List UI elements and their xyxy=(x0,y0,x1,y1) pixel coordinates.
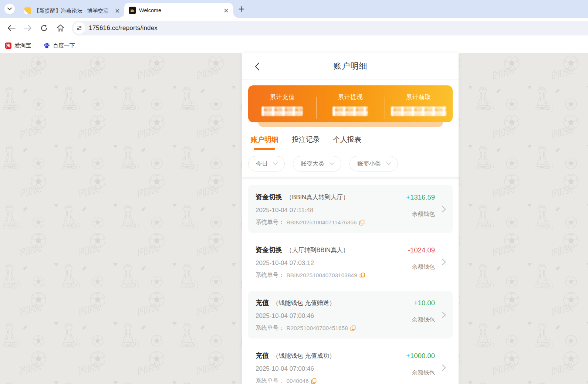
chevron-left-icon xyxy=(255,62,260,71)
txn-subtype: （钱能钱包 充值成功） xyxy=(273,352,335,360)
browser-tab-welcome[interactable]: Welcome xyxy=(124,3,233,18)
filter-label: 账变小类 xyxy=(357,160,381,168)
tab-label: 个人报表 xyxy=(332,134,362,145)
taobao-icon: 淘 xyxy=(5,43,11,49)
totals-card-shadow xyxy=(258,122,443,127)
tab-title: Welcome xyxy=(139,7,220,13)
txn-type: 充值 xyxy=(256,351,269,360)
tab-personal-report[interactable]: 个人报表 xyxy=(332,134,362,150)
back-button[interactable] xyxy=(5,22,18,34)
order-number: BBIN202510040711476356 xyxy=(287,219,357,226)
stat-value-blurred xyxy=(391,106,446,116)
home-button[interactable] xyxy=(54,22,67,34)
txn-wallet: 余额钱包 xyxy=(408,263,435,271)
transaction-row[interactable]: 充值 （钱能钱包 充值赠送） 2025-10-04 07:00:46 系统单号：… xyxy=(248,291,453,339)
new-tab-button[interactable] xyxy=(236,4,246,14)
close-icon xyxy=(224,9,228,13)
chevron-right-icon xyxy=(442,312,446,318)
tab-account-detail[interactable]: 账户明细 xyxy=(250,134,279,150)
browser-tab-strip: 【新提醒】海燕论坛 - 博学交流 Welcome xyxy=(0,0,588,18)
section-tabs: 账户明细 投注记录 个人报表 xyxy=(242,134,459,150)
chevron-down-icon xyxy=(330,162,334,165)
txn-wallet: 余额钱包 xyxy=(412,316,435,324)
copy-icon[interactable] xyxy=(350,325,356,331)
browser-tab-forum[interactable]: 【新提醒】海燕论坛 - 博学交流 xyxy=(20,4,124,18)
baidu-paw-icon xyxy=(44,43,50,49)
forum-favicon-icon xyxy=(24,7,31,14)
stat-total-claimed: 累计领取 xyxy=(385,92,453,116)
address-bar[interactable]: 175616.cc/reports/index xyxy=(72,21,588,35)
filter-major-category-dropdown[interactable]: 账变大类 xyxy=(293,156,341,171)
order-label: 系统单号： xyxy=(256,218,284,226)
order-label: 系统单号： xyxy=(256,271,284,279)
list-top-shadow xyxy=(242,177,459,180)
totals-card: 累计充值 累计提现 累计领取 xyxy=(248,85,453,122)
account-detail-panel: 账户明细 累计充值 累计提现 累计领取 账户明细 投注记录 xyxy=(242,53,459,384)
filter-label: 账变大类 xyxy=(301,160,324,168)
url-text[interactable]: 175616.cc/reports/index xyxy=(89,24,158,32)
txn-amount: +1316.59 xyxy=(406,193,435,201)
filter-row: 今日 账变大类 账变小类 xyxy=(242,156,459,171)
bookmark-aitaobao[interactable]: 淘 爱淘宝 xyxy=(5,42,31,49)
transaction-row[interactable]: 资金切换 （大厅转到BBIN真人） 2025-10-04 07:03:12 系统… xyxy=(248,238,453,286)
page-title: 账户明细 xyxy=(334,61,368,72)
tab-title: 【新提醒】海燕论坛 - 博学交流 xyxy=(34,7,111,14)
reload-icon xyxy=(40,24,48,32)
site-settings-button[interactable] xyxy=(73,22,85,34)
stat-label: 累计领取 xyxy=(385,94,453,101)
reload-button[interactable] xyxy=(38,22,50,34)
tab-bet-records[interactable]: 投注记录 xyxy=(291,134,321,150)
tab-search-button[interactable] xyxy=(4,4,15,14)
chevron-down-icon xyxy=(273,162,278,165)
welcome-favicon-icon xyxy=(129,7,136,14)
order-number: BBIN202510040703103849 xyxy=(287,272,357,279)
txn-type: 资金切换 xyxy=(256,193,282,201)
chevron-right-icon xyxy=(442,206,446,213)
txn-amount: +10.00 xyxy=(412,299,435,307)
chevron-down-icon xyxy=(7,7,12,10)
bookmarks-bar: 淘 爱淘宝 百度一下 xyxy=(0,38,588,53)
back-icon xyxy=(7,25,16,31)
page-content: FIFA xyxy=(0,53,588,384)
copy-icon[interactable] xyxy=(359,272,365,278)
home-icon xyxy=(57,24,64,32)
txn-wallet: 余额钱包 xyxy=(406,210,435,218)
bookmark-label: 百度一下 xyxy=(53,42,75,49)
stat-value-blurred xyxy=(261,106,303,116)
stat-label: 累计充值 xyxy=(248,94,316,101)
close-icon xyxy=(115,9,119,13)
back-button[interactable] xyxy=(253,62,261,71)
transaction-row[interactable]: 充值 （钱能钱包 充值成功） 2025-10-04 07:00:46 系统单号：… xyxy=(248,344,453,384)
panel-header: 账户明细 xyxy=(242,53,459,79)
forward-icon xyxy=(24,25,32,31)
transaction-row[interactable]: 资金切换 （BBIN真人转到大厅） 2025-10-04 07:11:48 系统… xyxy=(248,185,453,233)
stat-total-withdraw: 累计提现 xyxy=(316,92,384,116)
forward-button[interactable] xyxy=(21,22,34,34)
copy-icon[interactable] xyxy=(311,378,317,384)
bookmark-baidu[interactable]: 百度一下 xyxy=(44,42,75,49)
order-label: 系统单号： xyxy=(256,377,284,384)
filter-minor-category-dropdown[interactable]: 账变小类 xyxy=(349,156,398,171)
active-tab-underline xyxy=(254,148,275,150)
order-label: 系统单号： xyxy=(256,324,284,332)
order-number: R202510040700451658 xyxy=(287,325,348,332)
txn-subtype: （大厅转到BBIN真人） xyxy=(286,246,349,254)
txn-amount: -1024.09 xyxy=(408,246,435,254)
copy-icon[interactable] xyxy=(359,220,365,225)
chevron-down-icon xyxy=(386,162,391,165)
txn-subtype: （BBIN真人转到大厅） xyxy=(286,193,349,201)
filter-label: 今日 xyxy=(256,160,268,168)
tab-label: 投注记录 xyxy=(291,134,321,145)
txn-type: 充值 xyxy=(256,298,269,307)
browser-toolbar: 175616.cc/reports/index xyxy=(0,18,588,38)
stat-total-deposit: 累计充值 xyxy=(248,92,316,116)
stat-label: 累计提现 xyxy=(316,94,384,101)
tab-close-button[interactable] xyxy=(223,7,229,14)
filter-date-dropdown[interactable]: 今日 xyxy=(248,156,285,171)
tab-label: 账户明细 xyxy=(250,134,279,145)
tune-icon xyxy=(76,25,82,31)
txn-wallet: 余额钱包 xyxy=(406,369,435,377)
txn-type: 资金切换 xyxy=(256,245,282,254)
plus-icon xyxy=(239,6,244,12)
chevron-right-icon xyxy=(442,364,446,371)
